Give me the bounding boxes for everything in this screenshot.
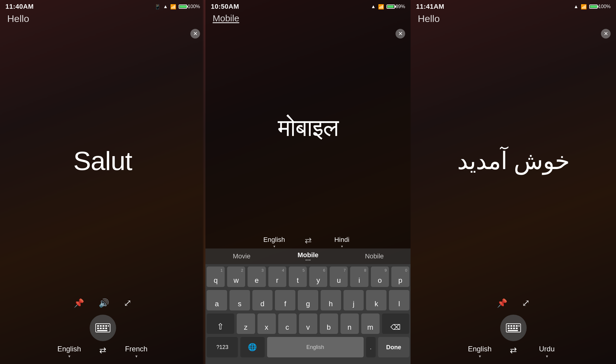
right-keyboard-button[interactable] (500, 315, 527, 341)
svg-rect-3 (103, 325, 104, 327)
suggestion-0[interactable]: Movie (208, 251, 275, 262)
key-j[interactable]: j (343, 290, 364, 310)
right-translation: خوش آمدید (457, 147, 569, 175)
key-l[interactable]: l (389, 290, 409, 310)
svg-rect-5 (108, 325, 109, 327)
key-backspace[interactable]: ⌫ (382, 313, 410, 334)
suggestion-1: Mobile • • • (275, 249, 341, 264)
middle-swap-button[interactable]: ⇄ (300, 236, 316, 248)
middle-target-lang[interactable]: Hindi ▾ (322, 236, 362, 248)
key-w[interactable]: 2w (227, 267, 245, 287)
keyboard-row-1: 1q 2w 3e 4r 5t 6y 7u 8i 9o 0p (207, 267, 409, 287)
key-y[interactable]: 6y (309, 267, 327, 287)
svg-rect-15 (516, 325, 518, 327)
key-globe[interactable]: 🌐 (240, 337, 264, 357)
svg-rect-2 (100, 325, 102, 327)
key-x[interactable]: x (257, 313, 276, 334)
key-v[interactable]: v (299, 313, 317, 334)
key-period[interactable]: . (366, 337, 376, 357)
right-source-lang[interactable]: English ▾ (456, 345, 504, 359)
left-target-caret: ▾ (135, 354, 137, 359)
key-b[interactable]: b (320, 313, 338, 334)
svg-rect-14 (513, 325, 515, 327)
left-source-caret: ▾ (68, 354, 70, 359)
key-q[interactable]: 1q (207, 267, 225, 287)
left-pin-icon[interactable]: 📌 (74, 298, 84, 308)
middle-source-caret: ▾ (273, 244, 275, 248)
key-f[interactable]: f (275, 290, 295, 310)
middle-panel: 10:50AM ▲ 📶 89% Mobile ✕ मोबाइल English … (205, 0, 411, 364)
middle-battery-text: 89% (396, 4, 405, 9)
key-done[interactable]: Done (378, 337, 409, 357)
key-m[interactable]: m (361, 313, 380, 334)
svg-rect-17 (508, 328, 510, 329)
svg-rect-9 (105, 328, 107, 329)
key-i[interactable]: 8i (350, 267, 368, 287)
svg-rect-19 (513, 328, 515, 329)
right-pin-icon[interactable]: 📌 (497, 298, 507, 308)
key-k[interactable]: k (366, 290, 387, 310)
right-source-caret: ▾ (479, 354, 481, 359)
left-keyboard-button[interactable] (90, 315, 116, 341)
left-battery-text: 100% (188, 4, 200, 9)
keyboard-row-2: a s d f g h j k l (207, 290, 409, 310)
middle-battery: 89% (387, 4, 405, 9)
suggestions-row: Movie Mobile • • • Nobile (205, 248, 411, 264)
key-u[interactable]: 7u (330, 267, 348, 287)
svg-rect-21 (508, 330, 518, 331)
left-swap-button[interactable]: ⇄ (93, 345, 112, 358)
key-z[interactable]: z (237, 313, 255, 334)
key-h[interactable]: h (321, 290, 341, 310)
middle-target-lang-label: Hindi (334, 236, 349, 244)
right-header-word: Hello (411, 10, 447, 24)
key-shift[interactable]: ⇧ (207, 313, 234, 334)
middle-signal-icon: 📶 (378, 4, 384, 10)
left-battery: 100% (179, 4, 200, 9)
suggestion-1-text[interactable]: Mobile (297, 251, 319, 259)
middle-input-word[interactable]: Mobile (205, 10, 246, 23)
svg-rect-10 (97, 330, 107, 331)
svg-rect-18 (510, 328, 512, 329)
left-target-lang[interactable]: French ▾ (112, 345, 160, 359)
right-status-icons: ▲ 📶 100% (574, 4, 611, 10)
svg-rect-12 (508, 325, 510, 327)
key-d[interactable]: d (252, 290, 273, 310)
svg-rect-4 (105, 325, 107, 327)
keyboard-row-4: ?123 🌐 English . Done (207, 337, 409, 361)
key-spacebar[interactable]: English (267, 337, 364, 357)
right-panel: 11:41AM ▲ 📶 100% Hello ✕ خوش آمدید 📌 ⤢ (411, 0, 616, 364)
right-target-lang-label: Urdu (539, 345, 555, 353)
key-p[interactable]: 0p (391, 267, 409, 287)
whatsapp-icon: 📱 (155, 4, 161, 10)
key-o[interactable]: 9o (371, 267, 389, 287)
left-expand-icon[interactable]: ⤢ (124, 297, 132, 309)
left-status-icons: 📱 ▲ 📶 100% (155, 4, 200, 10)
key-a[interactable]: a (207, 290, 227, 310)
right-wifi-icon: ▲ (574, 4, 578, 9)
right-expand-icon[interactable]: ⤢ (522, 297, 530, 309)
key-n[interactable]: n (340, 313, 359, 334)
key-s[interactable]: s (229, 290, 250, 310)
key-r[interactable]: 4r (268, 267, 286, 287)
left-sound-icon[interactable]: 🔊 (99, 298, 109, 308)
left-translation: Salut (73, 146, 132, 176)
right-source-lang-label: English (468, 345, 492, 353)
left-source-lang[interactable]: English ▾ (45, 345, 93, 359)
right-swap-button[interactable]: ⇄ (504, 345, 523, 358)
key-g[interactable]: g (298, 290, 318, 310)
key-e[interactable]: 3e (248, 267, 266, 287)
left-header-word: Hello (0, 10, 36, 24)
key-t[interactable]: 5t (289, 267, 307, 287)
key-c[interactable]: c (278, 313, 297, 334)
middle-target-caret: ▾ (341, 244, 343, 248)
right-bottom-controls: 📌 ⤢ (411, 297, 616, 315)
middle-source-lang[interactable]: English ▾ (255, 236, 294, 248)
svg-rect-6 (97, 328, 99, 329)
left-source-lang-label: English (57, 345, 81, 353)
key-num-sym[interactable]: ?123 (207, 337, 238, 357)
right-target-lang[interactable]: Urdu ▾ (523, 345, 571, 359)
left-panel: 11:40AM 📱 ▲ 📶 100% Hello ✕ Salut 📌 🔊 ⤢ (0, 0, 205, 364)
suggestion-2[interactable]: Nobile (341, 251, 408, 262)
middle-translation: मोबाइल (278, 114, 338, 142)
left-main-text: Salut (0, 24, 205, 297)
